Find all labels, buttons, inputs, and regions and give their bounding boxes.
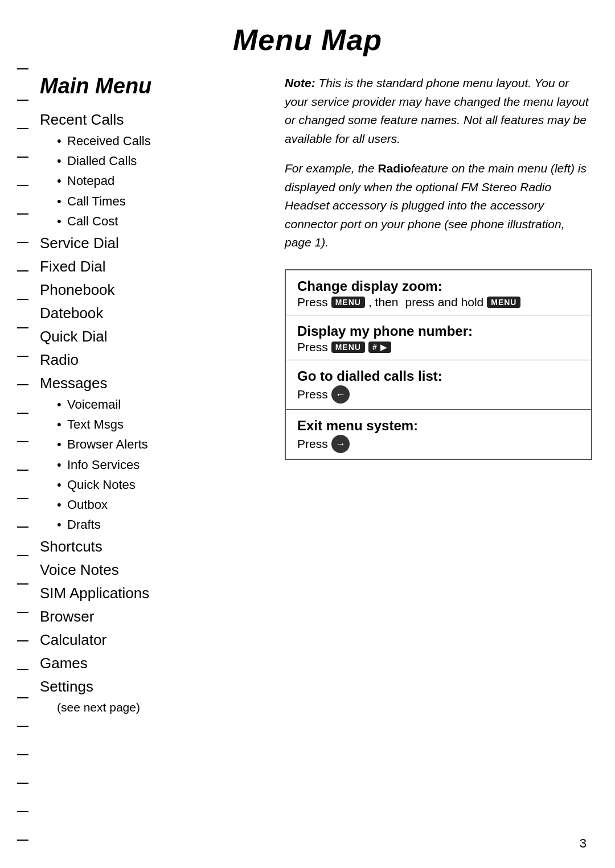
menu-item-settings: Settings: [40, 676, 256, 698]
menu-item-datebook: Datebook: [40, 302, 256, 324]
menu-section-quick-dial: Quick Dial: [40, 326, 256, 348]
radio-bold-text: Radio: [378, 162, 411, 175]
menu-item-radio: Radio: [40, 349, 256, 371]
dialled-calls-content: Press ←: [297, 385, 580, 404]
menu-item-sim-applications: SIM Applications: [40, 582, 256, 604]
menu-button-3[interactable]: MENU: [331, 342, 365, 353]
info-row-phone-number: Display my phone number: Press MENU # ▶: [286, 315, 591, 360]
list-item: Notepad: [57, 171, 256, 191]
tick-16: [17, 498, 28, 499]
messages-sublist: Voicemail Text Msgs Browser Alerts Info …: [40, 394, 256, 534]
tick-15: [17, 470, 28, 471]
info-row-exit: Exit menu system: Press →: [286, 410, 591, 459]
forward-button[interactable]: →: [331, 435, 350, 453]
menu-item-shortcuts: Shortcuts: [40, 536, 256, 558]
tick-12: [17, 384, 28, 385]
note-text: This is the standard phone menu layout. …: [285, 76, 588, 145]
list-item: Call Cost: [57, 211, 256, 231]
tick-5: [17, 185, 28, 186]
list-item: Call Times: [57, 191, 256, 211]
menu-section-settings: Settings (see next page): [40, 676, 256, 717]
menu-section-voice-notes: Voice Notes: [40, 559, 256, 581]
zoom-content: Press MENU , then press and hold MENU: [297, 295, 580, 309]
tick-22: [17, 669, 28, 670]
menu-item-messages: Messages: [40, 372, 256, 394]
tick-8: [17, 270, 28, 271]
menu-section-datebook: Datebook: [40, 302, 256, 324]
back-button[interactable]: ←: [331, 385, 350, 404]
exit-press-label: Press: [297, 437, 328, 451]
tick-21: [17, 640, 28, 641]
list-item: Dialled Calls: [57, 151, 256, 171]
tick-3: [17, 128, 28, 129]
menu-section-games: Games: [40, 652, 256, 674]
menu-item-phonebook: Phonebook: [40, 279, 256, 301]
menu-item-browser: Browser: [40, 606, 256, 628]
menu-item-calculator: Calculator: [40, 629, 256, 651]
dialled-calls-title: Go to dialled calls list:: [297, 368, 580, 384]
menu-section-shortcuts: Shortcuts: [40, 536, 256, 558]
menu-item-games: Games: [40, 652, 256, 674]
tick-2: [17, 100, 28, 101]
dialled-press-label: Press: [297, 388, 328, 401]
menu-section-messages: Messages Voicemail Text Msgs Browser Ale…: [40, 372, 256, 534]
menu-section-recent-calls: Recent Calls Received Calls Dialled Call…: [40, 109, 256, 231]
note2-paragraph: For example, the Radiofeature on the mai…: [285, 159, 592, 252]
margin-ticks: [0, 0, 34, 868]
list-item: Voicemail: [57, 394, 256, 414]
tick-18: [17, 555, 28, 556]
menu-item-quick-dial: Quick Dial: [40, 326, 256, 348]
tick-25: [17, 754, 28, 755]
menu-item-fixed-dial: Fixed Dial: [40, 256, 256, 278]
list-item: Text Msgs: [57, 414, 256, 434]
tick-7: [17, 242, 28, 243]
menu-button-1[interactable]: MENU: [331, 297, 365, 308]
zoom-title: Change display zoom:: [297, 278, 580, 294]
tick-27: [17, 811, 28, 812]
menu-section-fixed-dial: Fixed Dial: [40, 256, 256, 278]
menu-item-service-dial: Service Dial: [40, 232, 256, 254]
list-item: Outbox: [57, 495, 256, 515]
list-item: Received Calls: [57, 131, 256, 151]
menu-item-recent-calls: Recent Calls: [40, 109, 256, 131]
tick-14: [17, 441, 28, 442]
content-area: Main Menu Recent Calls Received Calls Di…: [40, 74, 592, 718]
tick-20: [17, 612, 28, 613]
tick-13: [17, 413, 28, 414]
zoom-press-label: Press: [297, 295, 328, 309]
note-paragraph: Note: This is the standard phone menu la…: [285, 74, 592, 148]
list-item: Quick Notes: [57, 475, 256, 495]
menu-button-2[interactable]: MENU: [487, 297, 520, 308]
tick-10: [17, 327, 28, 328]
left-column: Main Menu Recent Calls Received Calls Di…: [40, 74, 256, 718]
tick-28: [17, 840, 28, 841]
menu-section-service-dial: Service Dial: [40, 232, 256, 254]
phone-number-content: Press MENU # ▶: [297, 340, 580, 354]
tick-26: [17, 783, 28, 784]
hash-button[interactable]: # ▶: [368, 342, 391, 353]
main-menu-heading: Main Menu: [40, 74, 256, 98]
list-item: Drafts: [57, 515, 256, 534]
menu-section-phonebook: Phonebook: [40, 279, 256, 301]
tick-23: [17, 697, 28, 698]
tick-17: [17, 526, 28, 528]
right-column: Note: This is the standard phone menu la…: [273, 74, 592, 718]
menu-section-calculator: Calculator: [40, 629, 256, 651]
page-number: 3: [580, 836, 587, 851]
zoom-press-hold-label: press and hold: [405, 295, 483, 309]
note2-prefix: For example, the: [285, 162, 378, 175]
tick-1: [17, 68, 28, 69]
tick-6: [17, 213, 28, 215]
menu-section-browser: Browser: [40, 606, 256, 628]
tick-24: [17, 726, 28, 727]
zoom-then-label: , then: [368, 295, 399, 309]
info-row-dialled-calls: Go to dialled calls list: Press ←: [286, 360, 591, 410]
phone-number-title: Display my phone number:: [297, 323, 580, 339]
tick-19: [17, 583, 28, 585]
list-item: Info Services: [57, 455, 256, 475]
list-item: Browser Alerts: [57, 434, 256, 454]
menu-item-voice-notes: Voice Notes: [40, 559, 256, 581]
phone-press-label: Press: [297, 340, 328, 354]
page-title: Menu Map: [0, 23, 615, 57]
tick-9: [17, 299, 28, 300]
